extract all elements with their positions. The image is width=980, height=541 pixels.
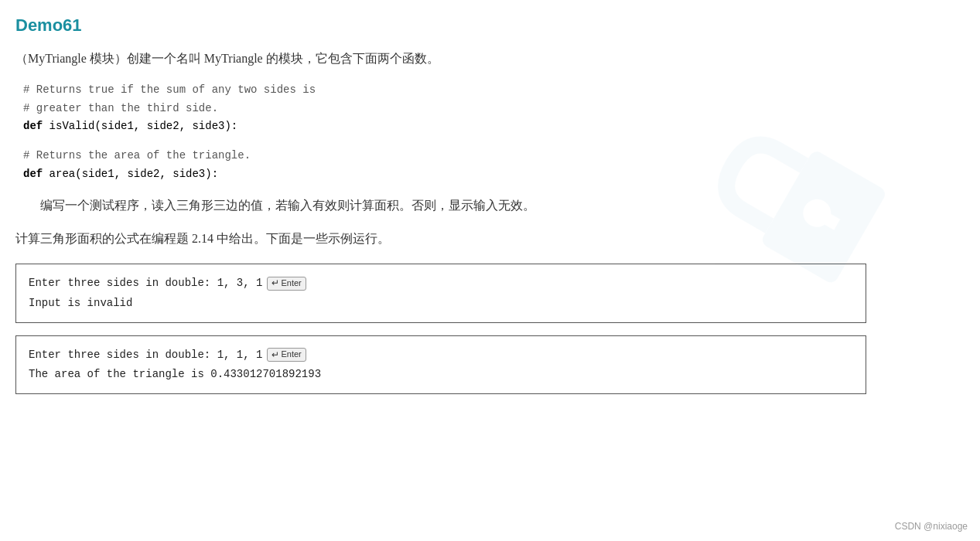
code-comment-1: # Returns true if the sum of any two sid… (23, 81, 957, 100)
terminal-2-input-text: Enter three sides in double: 1, 1, 1 (29, 345, 262, 365)
page-container: Demo61 （MyTriangle 模块）创建一个名叫 MyTriangle … (0, 0, 980, 541)
code-block-1: # Returns true if the sum of any two sid… (15, 81, 957, 136)
terminal-box-2: Enter three sides in double: 1, 1, 1 Ent… (15, 335, 866, 394)
terminal-1-output: Input is invalid (29, 294, 132, 313)
code-comment-3: # Returns the area of the triangle. (23, 147, 957, 165)
terminal-box-1: Enter three sides in double: 1, 3, 1 Ent… (15, 264, 866, 322)
terminal-1-line-1: Enter three sides in double: 1, 3, 1 Ent… (29, 274, 853, 293)
terminal-1-input-text: Enter three sides in double: 1, 3, 1 (29, 274, 262, 293)
paragraph-1: 编写一个测试程序，读入三角形三边的值，若输入有效则计算面积。否则，显示输入无效。 (15, 195, 957, 217)
paragraph-2: 计算三角形面积的公式在编程题 2.14 中给出。下面是一些示例运行。 (15, 228, 957, 250)
enter-badge-1: Enter (267, 277, 306, 291)
terminal-2-output: The area of the triangle is 0.4330127018… (29, 365, 321, 384)
page-title: Demo61 (15, 15, 957, 36)
terminal-1-line-2: Input is invalid (29, 294, 853, 313)
terminal-2-line-1: Enter three sides in double: 1, 1, 1 Ent… (29, 345, 853, 365)
code-def-1: def isValid(side1, side2, side3): (23, 117, 957, 136)
terminal-2-line-2: The area of the triangle is 0.4330127018… (29, 365, 853, 384)
code-def-2: def area(side1, side2, side3): (23, 165, 957, 184)
description-text: （MyTriangle 模块）创建一个名叫 MyTriangle 的模块，它包含… (15, 48, 957, 70)
enter-badge-2: Enter (267, 348, 306, 362)
code-block-2: # Returns the area of the triangle. def … (15, 147, 957, 184)
csdn-credit: CSDN @nixiaoge (895, 521, 968, 532)
code-comment-2: # greater than the third side. (23, 100, 957, 118)
